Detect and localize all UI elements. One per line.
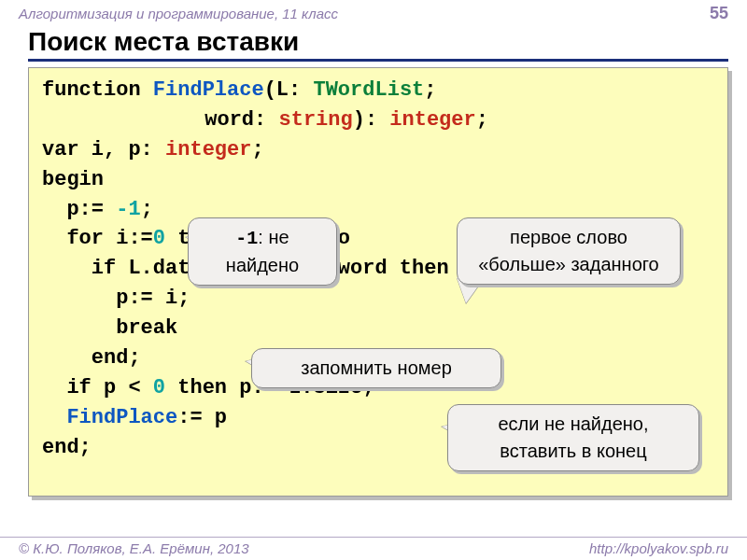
slide-footer: © К.Ю. Поляков, Е.А. Ерёмин, 2013 http:/… [0, 537, 747, 556]
callout-first-word: первое слово «больше» заданного [457, 217, 681, 285]
callout-not-found: -1: не найдено [188, 217, 337, 286]
code-line: var i, p: integer; [42, 135, 714, 165]
code-line: p:= i; [42, 284, 714, 314]
course-label: Алгоритмизация и программирование, 11 кл… [19, 6, 338, 21]
code-line: function FindPlace(L: TWordList; [42, 76, 714, 105]
code-line: break [42, 314, 714, 343]
page-number: 55 [710, 4, 728, 23]
callout-remember: запомнить номер [251, 348, 501, 388]
copyright: © К.Ю. Поляков, Е.А. Ерёмин, 2013 [19, 540, 249, 556]
code-line: begin [42, 165, 714, 195]
code-line: word: string): integer; [42, 105, 714, 135]
slide-header: Алгоритмизация и программирование, 11 кл… [0, 0, 747, 25]
callout-insert-end: если не найдено, вставить в конец [447, 404, 699, 471]
footer-url: http://kpolyakov.spb.ru [589, 540, 728, 556]
code-block: function FindPlace(L: TWordList; word: s… [28, 67, 728, 497]
slide-title: Поиск места вставки [28, 27, 728, 62]
